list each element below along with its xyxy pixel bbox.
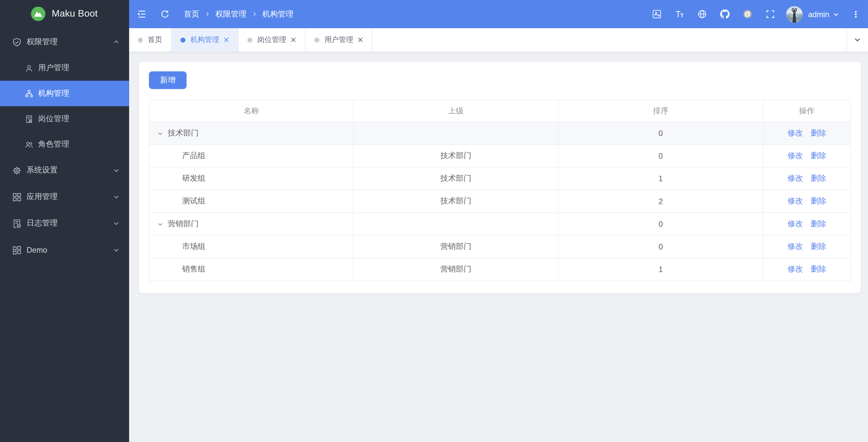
tab-home[interactable]: 首页 bbox=[129, 28, 172, 51]
sidebar-item-users[interactable]: 用户管理 bbox=[0, 55, 129, 81]
tab-users[interactable]: 用户管理 bbox=[306, 28, 372, 51]
close-icon[interactable] bbox=[224, 37, 229, 42]
app-logo[interactable]: Maku Boot bbox=[0, 0, 129, 28]
delete-link[interactable]: 删除 bbox=[811, 196, 826, 205]
translate-icon[interactable] bbox=[652, 9, 661, 19]
org-name: 市场组 bbox=[182, 242, 205, 252]
app-title: Maku Boot bbox=[52, 8, 98, 20]
delete-link[interactable]: 删除 bbox=[811, 128, 826, 137]
sidebar-item-label: 机构管理 bbox=[38, 89, 120, 99]
shield-check-icon bbox=[12, 37, 21, 46]
parent-cell: 营销部门 bbox=[353, 258, 558, 281]
table-row: 营销部门0修改删除 bbox=[149, 213, 850, 235]
header-actions: admin bbox=[652, 6, 868, 22]
tree-expand-icon[interactable] bbox=[157, 130, 163, 136]
edit-link[interactable]: 修改 bbox=[787, 242, 803, 250]
fullscreen-icon[interactable] bbox=[766, 9, 775, 19]
tab-posts[interactable]: 岗位管理 bbox=[239, 28, 306, 51]
actions-cell: 修改删除 bbox=[763, 213, 850, 235]
close-icon[interactable] bbox=[358, 37, 363, 42]
org-tree-icon bbox=[25, 89, 33, 98]
github-icon[interactable] bbox=[720, 9, 729, 19]
gitee-icon[interactable] bbox=[743, 9, 752, 19]
sort-cell: 0 bbox=[558, 122, 763, 144]
sidebar-item-permission[interactable]: 权限管理 bbox=[0, 29, 129, 55]
globe-icon[interactable] bbox=[698, 9, 707, 19]
sidebar-item-orgs[interactable]: 机构管理 bbox=[0, 81, 129, 106]
tab-orgs[interactable]: 机构管理 bbox=[172, 28, 239, 51]
main-content: 新增 名称上级排序操作 技术部门0修改删除产品组技术部门0修改删除研发组技术部门… bbox=[129, 52, 868, 442]
sidebar-item-demo[interactable]: Demo bbox=[0, 237, 129, 263]
breadcrumb-item[interactable]: 首页 bbox=[184, 9, 199, 19]
sidebar-item-roles[interactable]: 角色管理 bbox=[0, 132, 129, 157]
table-row: 产品组技术部门0修改删除 bbox=[149, 144, 850, 167]
sidebar-item-label: 应用管理 bbox=[27, 192, 113, 202]
tab-label: 首页 bbox=[148, 35, 162, 45]
parent-cell bbox=[353, 122, 558, 144]
sidebar-item-apps[interactable]: 应用管理 bbox=[0, 183, 129, 210]
sidebar-item-label: 系统设置 bbox=[27, 165, 113, 175]
sidebar-item-system[interactable]: 系统设置 bbox=[0, 157, 129, 184]
chevron-up-icon bbox=[113, 39, 120, 45]
org-table: 名称上级排序操作 技术部门0修改删除产品组技术部门0修改删除研发组技术部门1修改… bbox=[149, 100, 851, 281]
font-size-icon[interactable] bbox=[675, 9, 684, 19]
parent-cell: 技术部门 bbox=[353, 190, 558, 213]
breadcrumb-item[interactable]: 机构管理 bbox=[262, 9, 293, 19]
edit-link[interactable]: 修改 bbox=[787, 196, 803, 205]
content-card: 新增 名称上级排序操作 技术部门0修改删除产品组技术部门0修改删除研发组技术部门… bbox=[139, 62, 861, 293]
delete-link[interactable]: 删除 bbox=[811, 174, 826, 182]
sort-cell: 2 bbox=[558, 190, 763, 213]
table-header-row: 名称上级排序操作 bbox=[149, 100, 850, 122]
edit-link[interactable]: 修改 bbox=[787, 174, 803, 182]
tabs-dropdown-button[interactable] bbox=[846, 28, 868, 51]
app-window: Maku Boot 权限管理用户管理机构管理岗位管理角色管理系统设置应用管理日志… bbox=[0, 0, 868, 442]
edit-link[interactable]: 修改 bbox=[787, 128, 803, 137]
sort-cell: 0 bbox=[558, 213, 763, 235]
breadcrumb-item[interactable]: 权限管理 bbox=[215, 9, 246, 19]
actions-cell: 修改删除 bbox=[763, 144, 850, 167]
chevron-down-icon bbox=[113, 194, 120, 200]
column-header: 排序 bbox=[558, 100, 763, 122]
menu-fold-icon[interactable] bbox=[136, 9, 147, 19]
delete-link[interactable]: 删除 bbox=[811, 219, 826, 228]
kebab-menu-icon[interactable] bbox=[851, 9, 860, 19]
name-cell: 技术部门 bbox=[149, 122, 353, 144]
refresh-icon[interactable] bbox=[161, 9, 169, 19]
username[interactable]: admin bbox=[808, 9, 829, 19]
add-button[interactable]: 新增 bbox=[149, 71, 187, 89]
post-doc-icon bbox=[25, 115, 33, 123]
tree-expand-icon[interactable] bbox=[157, 221, 163, 227]
org-name: 产品组 bbox=[182, 151, 205, 161]
tab-status-dot bbox=[314, 37, 319, 42]
parent-cell: 营销部门 bbox=[353, 235, 558, 258]
close-icon[interactable] bbox=[291, 37, 296, 42]
delete-link[interactable]: 删除 bbox=[811, 264, 826, 273]
sort-cell: 1 bbox=[558, 258, 763, 281]
edit-link[interactable]: 修改 bbox=[787, 151, 803, 160]
sidebar-item-label: 日志管理 bbox=[27, 218, 113, 229]
apps-grid-icon bbox=[12, 192, 21, 201]
chevron-down-icon[interactable] bbox=[833, 11, 839, 18]
column-header: 操作 bbox=[763, 100, 850, 122]
sidebar-menu: 权限管理用户管理机构管理岗位管理角色管理系统设置应用管理日志管理Demo bbox=[0, 29, 129, 263]
sidebar-item-logs[interactable]: 日志管理 bbox=[0, 210, 129, 237]
sidebar-item-posts[interactable]: 岗位管理 bbox=[0, 106, 129, 132]
table-body: 技术部门0修改删除产品组技术部门0修改删除研发组技术部门1修改删除测试组技术部门… bbox=[149, 122, 850, 281]
mountain-logo-icon bbox=[31, 6, 45, 21]
column-header: 上级 bbox=[353, 100, 558, 122]
delete-link[interactable]: 删除 bbox=[811, 151, 826, 160]
delete-link[interactable]: 删除 bbox=[811, 242, 826, 250]
edit-link[interactable]: 修改 bbox=[787, 264, 803, 273]
table-row: 销售组营销部门1修改删除 bbox=[149, 258, 850, 281]
edit-link[interactable]: 修改 bbox=[787, 219, 803, 228]
sidebar: Maku Boot 权限管理用户管理机构管理岗位管理角色管理系统设置应用管理日志… bbox=[0, 0, 129, 442]
chevron-down-icon bbox=[113, 167, 120, 173]
table-row: 技术部门0修改删除 bbox=[149, 122, 850, 144]
sidebar-item-label: 用户管理 bbox=[38, 63, 120, 73]
chevron-down-icon bbox=[113, 247, 120, 253]
avatar[interactable] bbox=[786, 6, 803, 22]
parent-cell: 技术部门 bbox=[353, 167, 558, 190]
top-header: 首页权限管理机构管理 bbox=[129, 0, 868, 28]
tab-bar: 首页机构管理岗位管理用户管理 bbox=[129, 28, 868, 52]
org-name: 研发组 bbox=[182, 174, 205, 184]
